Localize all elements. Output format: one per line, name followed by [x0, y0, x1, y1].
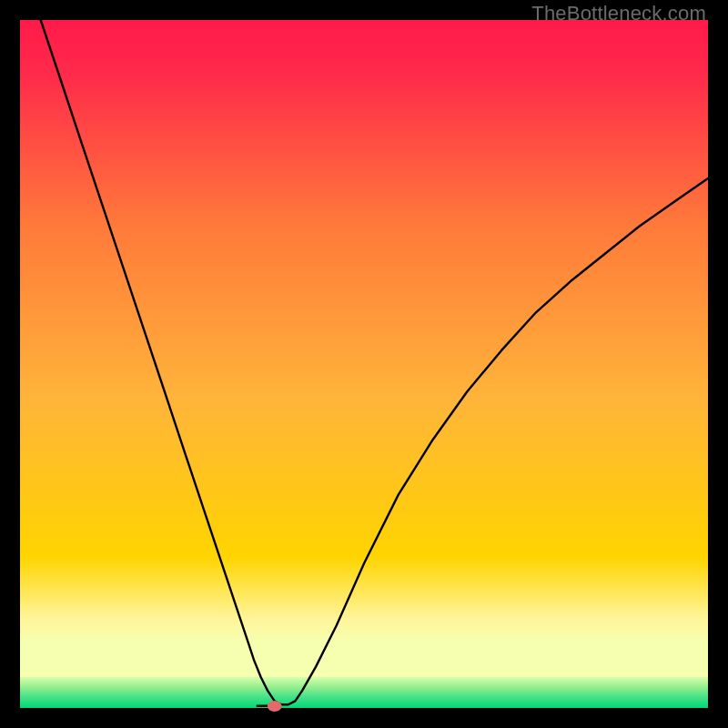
optimal-point-marker [268, 701, 282, 712]
bottleneck-curve [41, 20, 708, 704]
chart-svg [20, 20, 708, 708]
